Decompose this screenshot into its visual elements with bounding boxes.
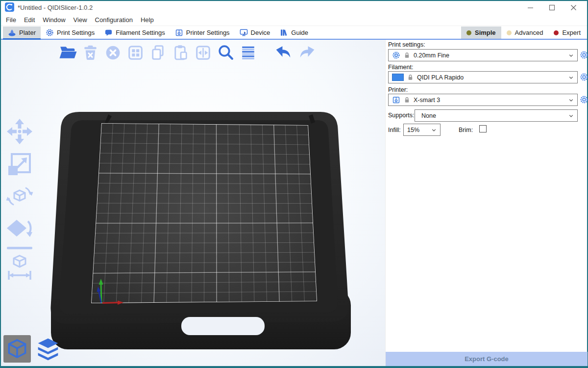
- printer-icon: [392, 96, 400, 104]
- printer-dropdown[interactable]: X-smart 3: [388, 94, 578, 106]
- advanced-mode-dot-icon: [507, 30, 512, 35]
- simple-mode-dot-icon: [466, 30, 471, 35]
- app-window: *Untitled - QIDISlicer-1.0.2 File Edit W…: [0, 0, 588, 368]
- tab-plater[interactable]: Plater: [3, 26, 41, 39]
- tab-printer-settings[interactable]: Printer Settings: [170, 26, 235, 39]
- brim-checkbox[interactable]: [479, 125, 487, 132]
- app-logo-icon: [5, 2, 14, 12]
- main-area: Print settings: 0.20mm Fine Filament: QI…: [1, 40, 587, 366]
- export-gcode-button[interactable]: Export G-code: [386, 352, 588, 366]
- minimize-icon[interactable]: [519, 1, 541, 14]
- mode-switcher: Simple Advanced Expert: [461, 26, 587, 39]
- menu-edit[interactable]: Edit: [20, 14, 39, 26]
- mode-simple[interactable]: Simple: [461, 26, 501, 39]
- menu-help[interactable]: Help: [137, 14, 158, 26]
- menu-bar: File Edit Window View Configuration Help: [1, 14, 587, 26]
- tab-plater-label: Plater: [19, 29, 36, 36]
- supports-value: None: [421, 112, 436, 119]
- print-settings-label: Print settings:: [388, 41, 425, 48]
- paste-icon[interactable]: [171, 43, 191, 63]
- view-switch: [3, 335, 62, 363]
- toolbar-gap: [261, 53, 271, 53]
- lock-icon: [407, 74, 414, 81]
- tab-bar: Plater Print Settings Filament Settings …: [1, 26, 587, 40]
- arrange-icon[interactable]: [125, 43, 146, 63]
- print-bed: [1, 40, 385, 366]
- close-icon[interactable]: [563, 1, 584, 14]
- preview-layers-icon[interactable]: [34, 335, 62, 363]
- tab-filament-settings[interactable]: Filament Settings: [99, 26, 170, 39]
- toolbar-divider: [7, 247, 32, 249]
- printer-value: X-smart 3: [414, 97, 440, 104]
- chevron-down-icon: [567, 97, 575, 104]
- title-bar: *Untitled - QIDISlicer-1.0.2: [1, 1, 587, 14]
- 3d-viewport[interactable]: [1, 40, 385, 366]
- axis-x-icon: [102, 303, 118, 303]
- copy-icon[interactable]: [148, 43, 168, 63]
- place-on-face-icon[interactable]: [5, 214, 34, 243]
- split-icon[interactable]: [193, 43, 213, 63]
- chevron-down-icon: [567, 52, 575, 59]
- device-monitor-icon: [240, 28, 248, 37]
- window-controls: [519, 1, 584, 14]
- print-settings-gear-icon: [46, 28, 54, 37]
- window-title: *Untitled - QIDISlicer-1.0.2: [18, 4, 93, 11]
- filament-dropdown[interactable]: QIDI PLA Rapido: [388, 71, 578, 83]
- search-icon[interactable]: [216, 43, 236, 63]
- scale-icon[interactable]: [5, 150, 34, 178]
- delete-icon[interactable]: [80, 43, 100, 63]
- print-settings-gear-button[interactable]: [580, 51, 588, 59]
- settings-panel: Print settings: 0.20mm Fine Filament: QI…: [385, 40, 587, 366]
- mode-simple-label: Simple: [475, 29, 496, 36]
- tab-filament-settings-label: Filament Settings: [116, 29, 165, 36]
- delete-all-icon[interactable]: [103, 43, 123, 63]
- infill-dropdown[interactable]: 15%: [403, 124, 441, 136]
- guide-books-icon: [280, 28, 288, 37]
- filament-gear-button[interactable]: [580, 73, 588, 81]
- printer-label: Printer:: [388, 86, 408, 93]
- redo-icon[interactable]: [296, 43, 317, 63]
- menu-configuration[interactable]: Configuration: [91, 14, 137, 26]
- variable-layer-height-icon[interactable]: [238, 43, 258, 63]
- filament-label: Filament:: [388, 64, 413, 71]
- tab-guide-label: Guide: [291, 29, 308, 36]
- printer-gear-button[interactable]: [580, 95, 588, 104]
- expert-mode-dot-icon: [554, 30, 559, 35]
- tab-print-settings[interactable]: Print Settings: [41, 26, 99, 39]
- menu-window[interactable]: Window: [39, 14, 69, 26]
- open-folder-icon[interactable]: [58, 43, 78, 63]
- mode-expert[interactable]: Expert: [548, 26, 586, 39]
- editor-3d-view-icon[interactable]: [3, 335, 31, 363]
- infill-label: Infill:: [388, 127, 401, 133]
- tab-guide[interactable]: Guide: [275, 26, 313, 39]
- chevron-down-icon: [430, 127, 438, 134]
- measure-icon[interactable]: [5, 253, 34, 282]
- printer-icon: [175, 28, 183, 37]
- menu-file[interactable]: File: [2, 14, 20, 26]
- menu-view[interactable]: View: [70, 14, 91, 26]
- top-toolbar: [58, 43, 317, 63]
- mode-advanced-label: Advanced: [515, 29, 543, 36]
- bed-handle-cutout: [181, 317, 265, 335]
- move-icon[interactable]: [5, 117, 34, 146]
- plater-icon: [8, 28, 16, 37]
- print-settings-dropdown[interactable]: 0.20mm Fine: [388, 49, 578, 61]
- filament-color-swatch: [392, 74, 404, 81]
- filament-icon: [104, 28, 113, 37]
- lock-icon: [403, 96, 411, 104]
- maximize-icon[interactable]: [541, 1, 563, 14]
- tab-device-label: Device: [251, 29, 270, 36]
- mode-expert-label: Expert: [562, 29, 581, 36]
- lock-icon: [403, 52, 411, 59]
- gear-icon: [392, 51, 400, 59]
- print-settings-value: 0.20mm Fine: [414, 52, 449, 59]
- mode-advanced[interactable]: Advanced: [501, 26, 549, 39]
- brim-label: Brim:: [459, 127, 473, 133]
- undo-icon[interactable]: [274, 43, 294, 63]
- tab-printer-settings-label: Printer Settings: [186, 29, 230, 36]
- rotate-icon[interactable]: [5, 182, 34, 210]
- left-toolbar: [4, 117, 35, 282]
- chevron-down-icon: [567, 74, 575, 81]
- supports-dropdown[interactable]: None: [415, 109, 578, 122]
- tab-device[interactable]: Device: [235, 26, 275, 39]
